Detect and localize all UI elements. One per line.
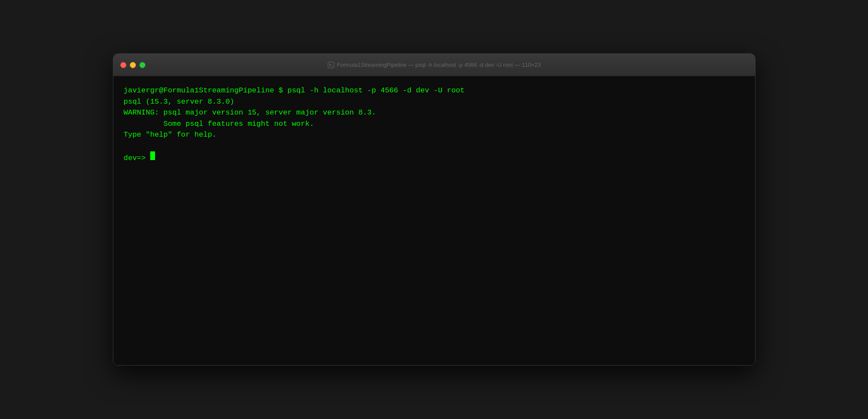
terminal-line-5: Type "help" for help.	[124, 129, 745, 141]
terminal-line-1: javiergr@Formula1StreamingPipeline $ psq…	[124, 85, 745, 96]
terminal-cursor	[150, 151, 155, 160]
terminal-body[interactable]: javiergr@Formula1StreamingPipeline $ psq…	[113, 76, 755, 365]
terminal-line-2: psql (15.3, server 8.3.0)	[124, 96, 745, 108]
minimize-button[interactable]	[130, 62, 136, 68]
terminal-prompt-line: dev=>	[124, 151, 745, 164]
titlebar: Formula1StreamingPipeline — psql -h loca…	[113, 54, 755, 76]
terminal-line-3: WARNING: psql major version 15, server m…	[124, 107, 745, 118]
terminal-line-4: Some psql features might not work.	[124, 118, 745, 130]
terminal-line-6	[124, 141, 745, 152]
window-title: Formula1StreamingPipeline — psql -h loca…	[327, 62, 541, 69]
traffic-lights	[120, 62, 145, 68]
maximize-button[interactable]	[139, 62, 145, 68]
close-button[interactable]	[120, 62, 126, 68]
terminal-window: Formula1StreamingPipeline — psql -h loca…	[113, 53, 756, 366]
terminal-icon	[327, 62, 334, 69]
prompt-text: dev=>	[124, 153, 150, 164]
